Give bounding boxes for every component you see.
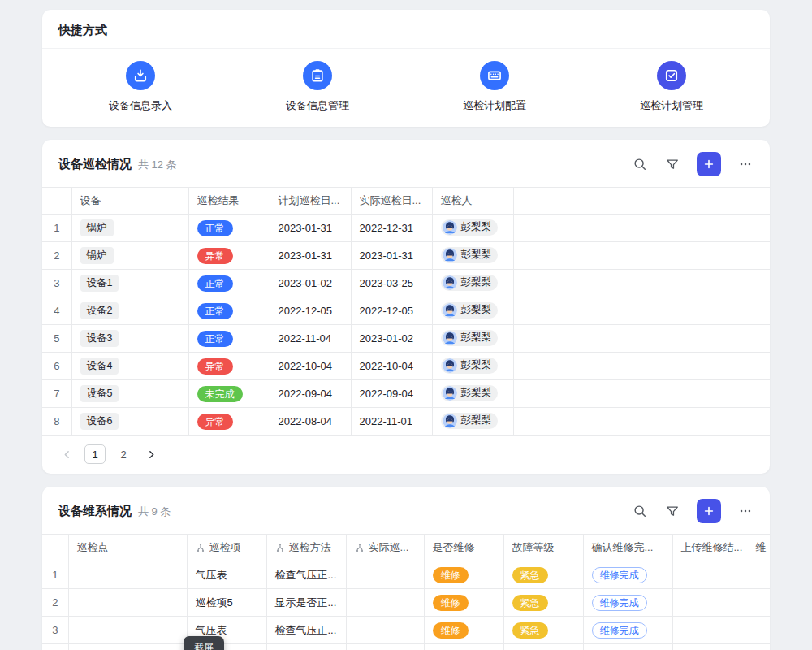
page-button[interactable]: 1 [84,444,106,464]
inspector-cell[interactable]: 彭梨梨 [432,408,513,436]
shortcut-device-manage[interactable]: 设备信息管理 [229,61,406,113]
shortcut-plan-config[interactable]: 巡检计划配置 [406,61,583,113]
actual-date-cell[interactable]: 2022-10-04 [351,353,432,380]
repair-cell[interactable]: 维修 [424,589,503,617]
repairer-cell[interactable] [754,589,770,617]
inspector-cell[interactable]: 彭梨梨 [432,270,513,297]
confirm-cell[interactable]: 维修完成 [583,617,672,644]
confirm-cell[interactable]: 维修完成 [583,561,672,589]
page-button[interactable]: 2 [114,445,133,463]
upload-cell[interactable] [672,644,754,650]
column-header[interactable]: 计划巡检日... [270,188,351,214]
result-cell[interactable]: 异常 [188,408,270,436]
actual-cell[interactable] [346,617,424,644]
planned-date-cell[interactable]: 2022-10-04 [270,353,351,380]
point-cell[interactable] [68,561,187,589]
row-index-header[interactable] [42,535,68,561]
level-cell[interactable]: 紧急 [503,617,583,644]
actual-date-cell[interactable]: 2023-03-25 [351,270,432,297]
level-cell[interactable]: 紧急 [503,561,583,589]
point-cell[interactable] [68,589,187,617]
prev-page-button[interactable] [58,446,75,462]
filter-button[interactable] [664,156,680,172]
inspector-cell[interactable]: 彭梨梨 [432,214,513,242]
device-cell[interactable]: 设备4 [71,353,188,380]
device-cell[interactable]: 设备5 [71,380,188,408]
actual-cell[interactable] [346,644,424,650]
row-index[interactable]: 6 [42,353,71,380]
method-cell[interactable]: 检查是否泄... [266,644,346,650]
row-index[interactable]: 8 [42,408,71,436]
filter-button[interactable] [664,503,680,519]
upload-cell[interactable] [672,589,754,617]
method-cell[interactable]: 检查气压正... [266,617,346,644]
actual-date-cell[interactable]: 2023-01-02 [351,325,432,353]
row-index-header[interactable] [42,188,71,214]
column-header[interactable]: 是否维修 [424,535,503,561]
row-index[interactable]: 1 [42,214,71,242]
add-record-button[interactable] [697,152,721,176]
actual-cell[interactable] [346,561,424,589]
row-index[interactable]: 5 [42,325,71,353]
method-cell[interactable]: 显示是否正... [266,589,346,617]
row-index[interactable]: 1 [42,561,68,589]
planned-date-cell[interactable]: 2022-08-04 [270,408,351,436]
search-button[interactable] [632,156,648,172]
more-options-button[interactable] [737,503,754,519]
inspector-cell[interactable]: 彭梨梨 [432,353,513,380]
upload-cell[interactable] [672,561,754,589]
column-header[interactable]: 巡检方法 [266,535,346,561]
inspector-cell[interactable]: 彭梨梨 [432,242,513,270]
column-header[interactable]: 上传维修结... [672,535,754,561]
repairer-cell[interactable] [754,617,770,644]
device-cell[interactable]: 锅炉 [71,242,188,270]
more-options-button[interactable] [737,156,754,172]
planned-date-cell[interactable]: 2023-01-02 [270,270,351,297]
level-cell[interactable]: 紧急 [503,644,583,650]
level-cell[interactable]: 紧急 [503,589,583,617]
row-index[interactable]: 4 [42,297,71,325]
result-cell[interactable]: 正常 [188,214,270,242]
repair-cell[interactable]: 维修 [424,617,503,644]
column-header[interactable]: 巡检结果 [188,188,270,214]
upload-cell[interactable] [672,617,754,644]
column-header[interactable]: 设备 [71,188,188,214]
row-index[interactable]: 3 [42,617,68,644]
planned-date-cell[interactable]: 2023-01-31 [270,214,351,242]
actual-date-cell[interactable]: 2022-11-01 [351,408,432,436]
actual-date-cell[interactable]: 2022-09-04 [351,380,432,408]
repairer-cell[interactable] [754,644,770,650]
column-header[interactable]: 故障等级 [503,535,583,561]
planned-date-cell[interactable]: 2022-09-04 [270,380,351,408]
result-cell[interactable]: 异常 [188,242,270,270]
confirm-cell[interactable]: 维修完成 [583,644,672,650]
result-cell[interactable]: 正常 [188,297,270,325]
column-header[interactable]: 巡检项 [187,535,266,561]
row-index[interactable]: 4 [42,644,68,650]
device-cell[interactable]: 锅炉 [71,214,188,242]
column-header[interactable]: 巡检人 [432,188,513,214]
planned-date-cell[interactable]: 2022-11-04 [270,325,351,353]
shortcut-device-entry[interactable]: 设备信息录入 [52,61,229,113]
row-index[interactable]: 2 [42,589,68,617]
column-header[interactable]: 实际巡... [346,535,424,561]
planned-date-cell[interactable]: 2023-01-31 [270,242,351,270]
item-cell[interactable]: 巡检项5 [187,589,266,617]
repair-cell[interactable]: 维修 [424,561,503,589]
row-index[interactable]: 2 [42,242,71,270]
result-cell[interactable]: 正常 [188,325,270,353]
result-cell[interactable]: 未完成 [188,380,270,408]
actual-date-cell[interactable]: 2022-12-05 [351,297,432,325]
actual-date-cell[interactable]: 2022-12-31 [351,214,432,242]
result-cell[interactable]: 正常 [188,270,270,297]
method-cell[interactable]: 检查气压正... [266,561,346,589]
column-header[interactable]: 巡检点 [68,535,187,561]
add-record-button[interactable] [697,499,721,523]
device-cell[interactable]: 设备3 [71,325,188,353]
repair-cell[interactable]: 维修 [424,644,503,650]
row-index[interactable]: 3 [42,270,71,297]
column-header[interactable]: 维 [754,535,770,561]
device-cell[interactable]: 设备2 [71,297,188,325]
column-header[interactable]: 确认维修完... [583,535,672,561]
inspector-cell[interactable]: 彭梨梨 [432,297,513,325]
